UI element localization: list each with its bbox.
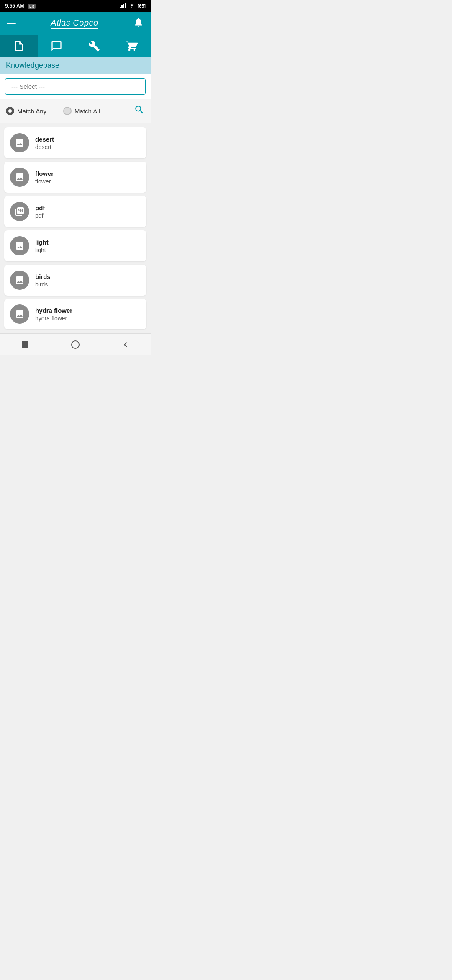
item-text-birds: birds birds	[35, 273, 51, 288]
item-text-pdf: pdf pdf	[35, 204, 45, 219]
item-subtitle: flower	[35, 178, 54, 185]
item-text-light: light light	[35, 239, 49, 253]
svg-rect-2	[123, 4, 124, 8]
match-any-option[interactable]: Match Any	[6, 107, 46, 115]
list-item[interactable]: light light	[4, 230, 146, 261]
item-title: desert	[35, 136, 54, 143]
item-icon-hydra	[10, 304, 29, 324]
top-nav: Atlas Copco	[0, 12, 151, 35]
stop-button[interactable]	[20, 340, 30, 350]
svg-rect-4	[22, 341, 28, 348]
item-subtitle: birds	[35, 281, 51, 288]
battery-icon: [65]	[137, 3, 146, 8]
item-subtitle: pdf	[35, 212, 45, 219]
match-any-radio[interactable]	[6, 107, 14, 115]
list-item[interactable]: pdf pdf	[4, 196, 146, 227]
tab-documents[interactable]	[0, 35, 38, 57]
search-container	[0, 74, 151, 99]
svg-point-5	[72, 341, 79, 348]
kb-list: desert desert flower flower pdf pdf	[0, 123, 151, 333]
hamburger-menu[interactable]	[7, 21, 16, 26]
tab-orders[interactable]	[113, 35, 151, 57]
back-button[interactable]	[121, 340, 131, 350]
item-icon-desert	[10, 133, 29, 152]
match-all-option[interactable]: Match All	[63, 107, 100, 115]
svg-rect-1	[121, 5, 123, 8]
status-time: 9:55 AM LR	[5, 3, 36, 9]
bell-icon[interactable]	[133, 17, 144, 30]
item-icon-flower	[10, 168, 29, 187]
kb-header: Knowledgebase	[0, 57, 151, 74]
status-bar: 9:55 AM LR [65]	[0, 0, 151, 12]
item-icon-pdf	[10, 202, 29, 221]
svg-rect-3	[125, 3, 126, 8]
tab-tools[interactable]	[75, 35, 113, 57]
item-icon-light	[10, 236, 29, 255]
item-text-hydra: hydra flower hydra flower	[35, 307, 72, 322]
wifi-icon	[128, 3, 135, 8]
item-title: hydra flower	[35, 307, 72, 314]
lr-badge: LR	[28, 4, 36, 9]
item-text-flower: flower flower	[35, 170, 54, 185]
tab-chat[interactable]	[38, 35, 75, 57]
item-title: birds	[35, 273, 51, 280]
list-item[interactable]: flower flower	[4, 162, 146, 193]
list-item[interactable]: desert desert	[4, 127, 146, 158]
item-subtitle: desert	[35, 144, 54, 150]
item-title: light	[35, 239, 49, 246]
match-options-row: Match Any Match All	[0, 99, 151, 123]
item-title: flower	[35, 170, 54, 177]
item-icon-birds	[10, 271, 29, 290]
home-button[interactable]	[70, 340, 80, 350]
item-text-desert: desert desert	[35, 136, 54, 150]
search-input[interactable]	[5, 78, 146, 95]
logo: Atlas Copco	[51, 18, 98, 29]
list-item[interactable]: hydra flower hydra flower	[4, 299, 146, 329]
match-all-radio[interactable]	[63, 107, 72, 115]
item-subtitle: light	[35, 247, 49, 253]
signal-icon	[120, 3, 126, 8]
status-icons: [65]	[120, 3, 146, 8]
svg-rect-0	[120, 7, 121, 8]
item-subtitle: hydra flower	[35, 315, 72, 322]
search-button[interactable]	[134, 104, 145, 118]
match-all-label: Match All	[74, 108, 100, 115]
list-item[interactable]: birds birds	[4, 265, 146, 296]
tab-bar	[0, 35, 151, 57]
item-title: pdf	[35, 204, 45, 211]
bottom-nav	[0, 333, 151, 355]
match-any-label: Match Any	[17, 108, 46, 115]
